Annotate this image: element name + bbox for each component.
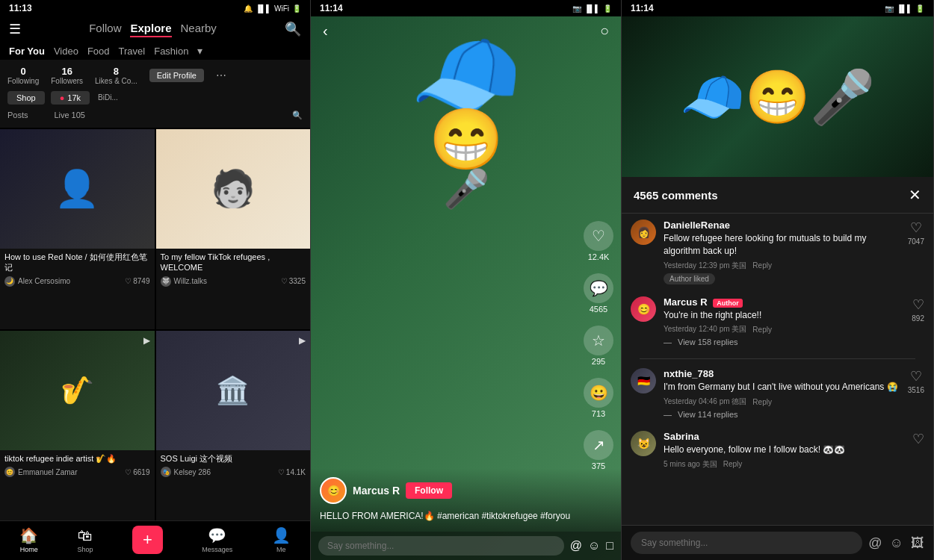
video-author-3: 😊 Emmanuel Zamar [4, 467, 77, 477]
battery-icon: 🔋 [292, 4, 301, 13]
video-card-1[interactable]: 👤 How to use Red Note / 如何使用红色笔记 🌙 Alex … [0, 129, 155, 329]
comment-time-2: Yesterday 12:40 pm 美国 [664, 324, 746, 335]
post-search-icon[interactable]: 🔍 [292, 111, 303, 120]
nav-messages[interactable]: 💬 Messages [202, 526, 232, 553]
tab-follow[interactable]: Follow [89, 22, 121, 37]
heart-icon-1: ♡ [125, 277, 132, 285]
author-avatar-video: 😊 [320, 477, 347, 504]
back-button[interactable]: ‹ [323, 22, 328, 40]
cat-foryou[interactable]: For You [9, 46, 45, 57]
tab-explore[interactable]: Explore [130, 22, 171, 37]
cat-video[interactable]: Video [54, 46, 78, 57]
likes-stat: 8 Likes & Co... [95, 66, 137, 85]
reply-link-2[interactable]: Reply [752, 326, 772, 334]
heart-icon-4: ♡ [278, 468, 285, 476]
follow-button-video[interactable]: Follow [406, 482, 452, 499]
emoji-icon-3[interactable]: ☺ [890, 535, 903, 551]
star-icon: ☆ [584, 326, 613, 355]
battery-icon-3: 🔋 [915, 4, 924, 13]
view-replies-2[interactable]: View 158 replies [664, 337, 904, 346]
bottom-icons-3: @ ☺ 🖼 [868, 535, 924, 551]
comment-text-1: Fellow refugee here looking for mutuals … [664, 232, 900, 258]
video-author-2: 🐺 Willz.talks [161, 276, 207, 287]
at-icon-3[interactable]: @ [868, 535, 882, 551]
edit-profile-button[interactable]: Edit Profile [149, 69, 204, 82]
cat-travel[interactable]: Travel [119, 46, 146, 57]
search-button-2[interactable]: ○ [600, 22, 609, 40]
commenter-name-2: Marcus R Author [664, 296, 904, 308]
video-card-2[interactable]: 🧑 To my fellow TikTok refugees , WELCOME… [156, 129, 311, 329]
comment-like-1[interactable]: ♡ 7047 [908, 220, 924, 246]
emoji-picker-icon[interactable]: ☺ [588, 539, 600, 553]
image-icon-3[interactable]: 🖼 [911, 535, 924, 551]
close-comments-button[interactable]: ✕ [909, 186, 921, 204]
reply-link-4[interactable]: Reply [723, 460, 743, 468]
bottom-nav-1: 🏠 Home 🛍 Shop + 💬 Messages 👤 Me [0, 520, 310, 560]
share-count: 375 [592, 461, 605, 470]
favorite-action[interactable]: ☆ 295 [584, 326, 613, 366]
comment-input-bottom[interactable] [631, 532, 862, 554]
heart-icon-c4: ♡ [912, 431, 924, 447]
comment-time-3: Yesterday 04:46 pm 德国 [664, 396, 746, 407]
nav-shop[interactable]: 🛍 Shop [78, 527, 93, 553]
notification-icon: 🔔 [244, 4, 253, 13]
video-card-4[interactable]: ▶ 🏛️ SOS Luigi 这个视频 🎭 Kelsey 286 ♡ 14.1K [156, 331, 311, 520]
share-action[interactable]: ↗ 375 [584, 430, 613, 470]
gif-icon[interactable]: □ [606, 539, 613, 553]
emoji-count: 713 [592, 409, 605, 418]
more-profile-icon[interactable]: ⋯ [216, 69, 226, 81]
author-liked-badge-1: Author liked [664, 273, 715, 284]
comments-title: 4565 comments [634, 189, 718, 202]
comment-text-3: I'm from Germany but I can't live withou… [664, 381, 900, 393]
side-actions: ♡ 12.4K 💬 4565 ☆ 295 😀 713 ↗ 375 [584, 221, 613, 470]
video-card-3[interactable]: ▶ 🎷 tiktok refugee indie artist 🎷🔥 😊 Emm… [0, 331, 155, 520]
like-count: 12.4K [588, 252, 610, 261]
cat-food[interactable]: Food [87, 46, 110, 57]
signal-icon: ▐▌▌ [256, 4, 271, 13]
like-count-c1: 7047 [908, 237, 924, 246]
following-count: 0 [7, 66, 39, 77]
video-likes-4: ♡ 14.1K [278, 468, 306, 476]
comment-input-2[interactable] [318, 536, 564, 556]
cat-fashion[interactable]: Fashion [154, 46, 188, 57]
comment-like-3[interactable]: ♡ 3516 [908, 368, 924, 394]
commenter-avatar-4: 😺 [631, 431, 656, 456]
video-meta-4: 🎭 Kelsey 286 ♡ 14.1K [161, 467, 306, 477]
like-count-c2: 892 [912, 314, 924, 323]
comment-text-2: You're in the right place!! [664, 309, 904, 322]
view-replies-3[interactable]: View 114 replies [664, 410, 900, 419]
bidi-option[interactable]: BiDi... [96, 91, 120, 105]
commenter-name-1: DanielleRenae [664, 220, 900, 231]
play-icon-4: ▶ [299, 335, 306, 346]
nav-home[interactable]: 🏠 Home [19, 526, 38, 553]
comment-like-4[interactable]: ♡ [912, 431, 924, 449]
commenter-avatar-1: 👩 [631, 220, 656, 245]
shop-button[interactable]: Shop [7, 91, 45, 105]
comment-meta-1: Yesterday 12:39 pm 美国 Reply [664, 261, 900, 271]
reply-link-1[interactable]: Reply [752, 261, 772, 270]
profile-stats: 0 Following 16 Followers 8 Likes & Co...… [7, 66, 303, 85]
like-action[interactable]: ♡ 12.4K [584, 221, 613, 261]
category-bar: For You Video Food Travel Fashion ▾ [0, 42, 310, 60]
likes-count: 8 [95, 66, 137, 77]
menu-icon[interactable]: ☰ [9, 21, 21, 37]
comment-action[interactable]: 💬 4565 [584, 273, 613, 314]
more-categories-icon[interactable]: ▾ [197, 45, 202, 57]
followers-count: 16 [51, 66, 83, 77]
author-avatar-3: 😊 [4, 467, 15, 477]
tab-nearby[interactable]: Nearby [181, 22, 217, 37]
video-grid-section: 👤 How to use Red Note / 如何使用红色笔记 🌙 Alex … [0, 129, 310, 520]
status-icons-3: 📷 ▐▌▌ 🔋 [885, 4, 924, 13]
likes-label: Likes & Co... [95, 77, 137, 85]
nav-me[interactable]: 👤 Me [272, 526, 291, 553]
emoji-action[interactable]: 😀 713 [584, 378, 613, 418]
add-button[interactable]: + [132, 526, 163, 554]
phone-video: 🧢 😁 🎤 11:14 📷 ▐▌▌ 🔋 ‹ ○ ♡ 12.4K [311, 0, 622, 560]
favorite-count: 295 [592, 357, 605, 366]
reply-link-3[interactable]: Reply [752, 398, 772, 406]
at-icon[interactable]: @ [570, 539, 582, 553]
comment-like-2[interactable]: ♡ 892 [912, 296, 924, 323]
video-info-2: To my fellow TikTok refugees , WELCOME 🐺… [156, 249, 311, 291]
search-icon[interactable]: 🔍 [285, 21, 301, 37]
posts-tab[interactable]: Posts [7, 111, 28, 120]
